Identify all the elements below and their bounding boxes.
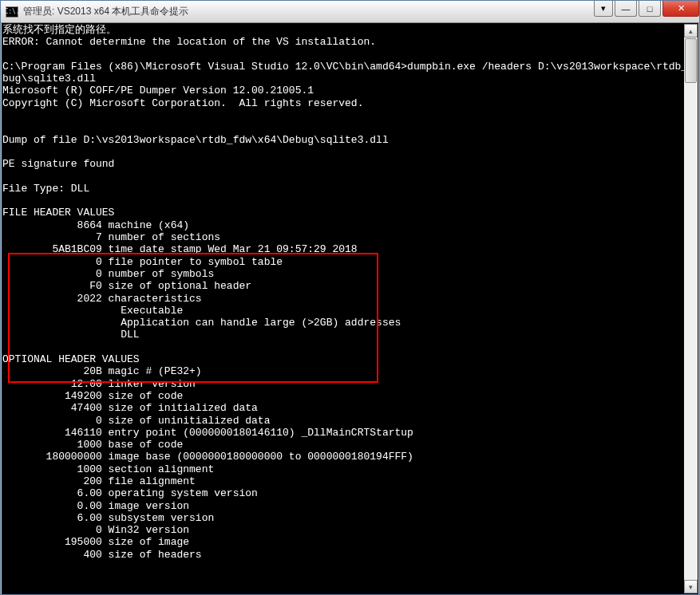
maximize-button[interactable]: □ [639, 1, 661, 17]
close-button[interactable]: ✕ [662, 1, 699, 17]
scroll-thumb[interactable] [685, 38, 697, 83]
dropdown-button[interactable]: ▾ [594, 1, 613, 17]
console-output: 系统找不到指定的路径。 ERROR: Cannot determine the … [2, 24, 685, 593]
minimize-button[interactable]: — [615, 1, 637, 17]
vertical-scrollbar[interactable]: ▴ ▾ [684, 24, 698, 593]
scroll-down-button[interactable]: ▾ [684, 580, 698, 593]
window-titlebar: C:\. 管理员: VS2013 x64 本机工具命令提示 ▾ — □ ✕ [1, 1, 699, 23]
scroll-up-button[interactable]: ▴ [684, 24, 698, 37]
console-container: 系统找不到指定的路径。 ERROR: Cannot determine the … [2, 23, 698, 594]
cmd-icon: C:\. [6, 6, 18, 18]
window-title: 管理员: VS2013 x64 本机工具命令提示 [23, 5, 188, 18]
window-controls: ▾ — □ ✕ [592, 1, 699, 17]
